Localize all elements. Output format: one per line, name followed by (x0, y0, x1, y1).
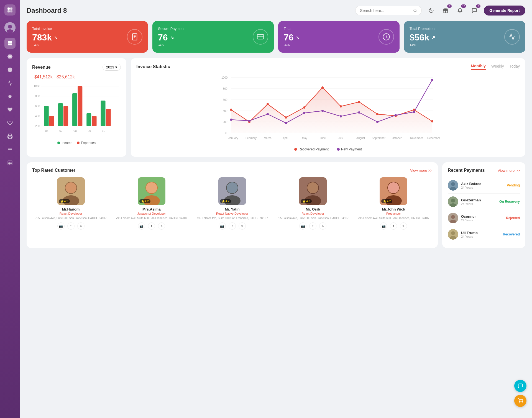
svg-point-138 (451, 231, 455, 235)
stat-label-invoice: Total invoice (32, 27, 142, 31)
svg-point-115 (146, 182, 157, 193)
user-avatar[interactable] (4, 22, 16, 33)
bell-icon-btn[interactable]: 12 (455, 6, 465, 16)
bell-badge: 12 (461, 4, 466, 8)
customer-address-1: 795 Folsom Ave, Suite 600 San Francisco,… (116, 216, 187, 220)
sidebar-item-star[interactable] (4, 91, 16, 102)
sidebar-item-info[interactable] (4, 64, 16, 75)
search-box[interactable] (355, 6, 422, 15)
tab-weekly[interactable]: Weekly (491, 64, 504, 70)
payment-info-2: Oconner 24 Years (461, 214, 503, 222)
sidebar-item-list[interactable] (4, 157, 16, 168)
sidebar-item-print[interactable] (4, 131, 16, 142)
facebook-icon-3[interactable]: f (309, 222, 316, 230)
svg-point-89 (321, 110, 324, 112)
trend-down-arrow-2: ↘ (170, 35, 174, 40)
invoice-legend: Recovered Payment New Payment (136, 147, 520, 151)
twitter-icon-1[interactable]: 𝕏 (158, 222, 165, 230)
payment-item-1: Griezerman 24 Years On Recovery (448, 194, 520, 210)
customers-card: Top Rated Customer View more >> ⭐ 4.2 Mr… (27, 162, 438, 248)
svg-point-76 (303, 106, 305, 109)
revenue-title: Revenue (32, 65, 51, 70)
sidebar-item-dashboard[interactable] (4, 38, 16, 49)
facebook-icon-2[interactable]: f (229, 222, 236, 230)
svg-line-24 (416, 11, 417, 12)
customer-role-3: React Developer (301, 212, 324, 215)
cart-fab[interactable] (514, 395, 526, 407)
dark-mode-toggle[interactable] (426, 6, 436, 16)
customers-title: Top Rated Customer (32, 168, 75, 173)
svg-point-85 (248, 120, 250, 122)
stat-change-payment: -4% (158, 43, 268, 47)
support-fab[interactable] (514, 380, 526, 392)
twitter-icon-3[interactable]: 𝕏 (319, 222, 326, 230)
svg-point-140 (520, 403, 520, 403)
svg-rect-53 (106, 109, 111, 126)
invoice-icon (127, 29, 142, 45)
svg-text:10: 10 (102, 129, 105, 132)
payments-title: Recent Payments (448, 168, 485, 173)
svg-text:800: 800 (223, 87, 227, 90)
customer-socials-4: 📷 f 𝕏 (380, 222, 407, 230)
invoice-chart-header: Invoice Statistic Monthly Weekly Today (136, 64, 520, 70)
payment-info-1: Griezerman 24 Years (461, 198, 497, 206)
twitter-icon-4[interactable]: 𝕏 (400, 222, 407, 230)
instagram-icon-3[interactable]: 📷 (299, 222, 306, 230)
sidebar-item-menu[interactable] (4, 144, 16, 155)
sidebar-item-heart1[interactable] (4, 104, 16, 115)
customer-role-0: React Developer (60, 212, 82, 215)
revenue-value: $41,512k $25,612k (32, 73, 121, 80)
sidebar-item-heart2[interactable] (4, 117, 16, 129)
svg-point-79 (358, 101, 360, 103)
svg-point-78 (340, 105, 342, 107)
customer-photo-0: ⭐ 4.2 (57, 177, 85, 205)
rating-4: ⭐ 4.2 (381, 199, 392, 203)
payments-view-more[interactable]: View more >> (498, 168, 520, 173)
gift-badge: 2 (447, 4, 452, 8)
tab-monthly[interactable]: Monthly (471, 64, 486, 70)
facebook-icon-4[interactable]: f (390, 222, 397, 230)
sidebar-item-analytics[interactable] (4, 78, 16, 89)
rating-3: ⭐ 4.2 (301, 199, 312, 203)
instagram-icon-1[interactable]: 📷 (138, 222, 145, 230)
search-input[interactable] (360, 8, 411, 13)
twitter-icon-2[interactable]: 𝕏 (239, 222, 246, 230)
svg-text:200: 200 (35, 125, 40, 128)
generate-report-button[interactable]: Generate Report (484, 6, 525, 16)
svg-text:0: 0 (225, 132, 227, 135)
customer-socials-3: 📷 f 𝕏 (299, 222, 326, 230)
chat-icon-btn[interactable]: 5 (469, 6, 479, 16)
customers-view-more[interactable]: View more >> (410, 168, 432, 173)
customer-photo-4: ⭐ 4.2 (380, 177, 407, 205)
payments-card: Recent Payments View more >> Aziz Bakree… (442, 162, 525, 248)
tab-today[interactable]: Today (510, 64, 520, 70)
instagram-icon-2[interactable]: 📷 (219, 222, 226, 230)
gift-icon-btn[interactable]: 2 (441, 6, 451, 16)
revenue-legend: Income Expenses (32, 141, 121, 145)
svg-point-88 (303, 112, 305, 114)
customer-address-4: 795 Folsom Ave, Suite 600 San Francisco,… (358, 216, 429, 220)
svg-rect-1 (10, 7, 12, 10)
svg-text:400: 400 (35, 115, 40, 118)
charts-row: Revenue 2023 ▾ $41,512k $25,612k (27, 58, 525, 157)
svg-point-129 (451, 182, 455, 186)
year-select[interactable]: 2023 ▾ (103, 64, 121, 71)
svg-point-23 (414, 9, 416, 12)
facebook-icon-0[interactable]: f (67, 222, 75, 230)
chevron-down-icon: ▾ (115, 65, 117, 69)
facebook-icon-1[interactable]: f (148, 222, 155, 230)
svg-point-90 (340, 115, 342, 117)
payments-header: Recent Payments View more >> (448, 168, 520, 173)
instagram-icon-4[interactable]: 📷 (380, 222, 387, 230)
payment-avatar-1 (448, 196, 458, 207)
stat-value-invoice: 783k ↘ (32, 32, 142, 43)
customer-socials-2: 📷 f 𝕏 (219, 222, 246, 230)
twitter-icon-0[interactable]: 𝕏 (77, 222, 85, 230)
stat-label-total: Total (284, 27, 394, 31)
payment-info-0: Aziz Bakree 24 Years (461, 182, 504, 189)
sidebar-item-settings[interactable] (4, 51, 16, 62)
sidebar-logo[interactable] (4, 4, 16, 16)
instagram-icon-0[interactable]: 📷 (57, 222, 65, 230)
svg-point-123 (307, 182, 318, 193)
payment-name-1: Griezerman (461, 198, 497, 202)
